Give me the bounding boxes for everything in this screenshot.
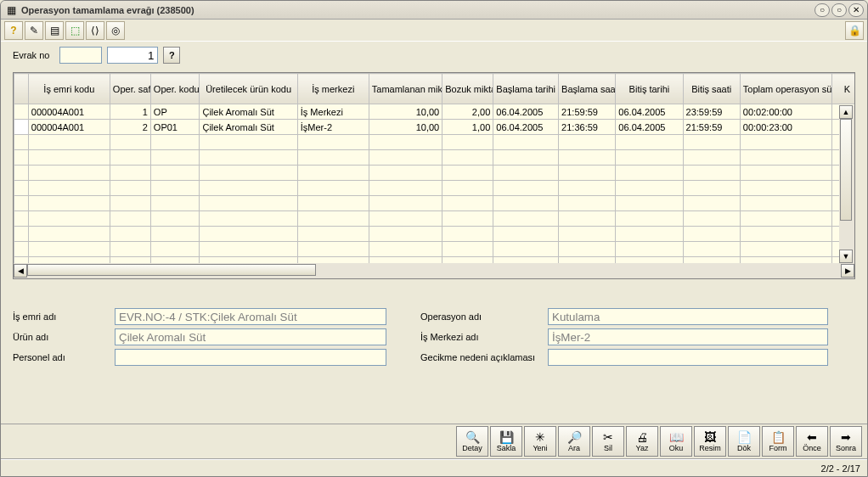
evrak-no-label: Evrak no bbox=[13, 50, 49, 60]
target-icon[interactable]: ◎ bbox=[106, 21, 125, 40]
footer-toolbar: 🔍Detay💾Sakla✳Yeni🔎Ara✂Sil🖨Yaz📖Oku🖼Resim📄… bbox=[1, 424, 867, 459]
table-row[interactable] bbox=[14, 196, 855, 211]
record-position: 2/2 - 2/17 bbox=[821, 463, 860, 474]
column-header[interactable]: Oper. safha no bbox=[110, 74, 150, 104]
data-grid: İş emri koduOper. safha noOper. koduÜret… bbox=[13, 72, 855, 279]
window-title: Operasyon tamamlama evrağı (238500) bbox=[21, 5, 814, 15]
ara-button[interactable]: 🔎Ara bbox=[558, 426, 590, 457]
column-header[interactable]: Başlama saati bbox=[559, 74, 616, 104]
yeni-button[interactable]: ✳Yeni bbox=[524, 426, 556, 457]
scroll-down-icon[interactable]: ▼ bbox=[839, 250, 853, 263]
horizontal-scrollbar[interactable]: ◀ ▶ bbox=[14, 263, 854, 278]
form-top: Evrak no ? bbox=[1, 42, 867, 65]
yaz-icon: 🖨 bbox=[636, 431, 648, 443]
table-row[interactable] bbox=[14, 181, 855, 196]
close-button[interactable]: ✕ bbox=[848, 3, 864, 17]
detay-button[interactable]: 🔍Detay bbox=[456, 426, 488, 457]
scroll-thumb-v[interactable] bbox=[840, 119, 852, 221]
app-icon: ▦ bbox=[4, 3, 18, 17]
titlebar: ▦ Operasyon tamamlama evrağı (238500) ○ … bbox=[1, 1, 867, 20]
sonra-icon: ➡ bbox=[841, 431, 851, 443]
table-row[interactable] bbox=[14, 166, 855, 181]
table-row[interactable]: 000004A0012OP01Çilek Aromalı SütİşMer-21… bbox=[14, 120, 855, 135]
personel-field[interactable] bbox=[115, 349, 386, 366]
urun-field[interactable] bbox=[115, 328, 386, 345]
form-icon: 📋 bbox=[771, 431, 786, 443]
is-emri-label: İş emri adı bbox=[13, 311, 115, 322]
gecikme-field[interactable] bbox=[548, 349, 828, 366]
column-header[interactable]: İş emri kodu bbox=[28, 74, 110, 104]
table-row[interactable] bbox=[14, 150, 855, 166]
urun-label: Ürün adı bbox=[13, 332, 115, 342]
sakla-icon: 💾 bbox=[499, 431, 514, 443]
status-bar: 2/2 - 2/17 bbox=[1, 459, 867, 476]
yaz-button[interactable]: 🖨Yaz bbox=[626, 426, 658, 457]
yeni-icon: ✳ bbox=[535, 431, 545, 443]
column-header[interactable]: Başlama tarihi bbox=[493, 74, 559, 104]
toolbar: ? ✎ ▤ ⬚ ⟨⟩ ◎ 🔒 bbox=[1, 20, 867, 42]
table-row[interactable] bbox=[14, 227, 855, 242]
detay-icon: 🔍 bbox=[465, 431, 480, 443]
evrak-no-input[interactable] bbox=[107, 47, 158, 64]
ismerkezi-label: İş Merkezi adı bbox=[420, 332, 548, 342]
scroll-left-icon[interactable]: ◀ bbox=[14, 264, 27, 278]
operasyon-label: Operasyon adı bbox=[420, 311, 548, 322]
excel-icon[interactable]: ⬚ bbox=[65, 21, 84, 40]
vertical-scrollbar[interactable]: ▲ ▼ bbox=[839, 105, 854, 263]
column-header[interactable]: Üretilecek ürün kodu bbox=[200, 74, 297, 104]
sakla-button[interactable]: 💾Sakla bbox=[490, 426, 522, 457]
evrak-no-prefix-input[interactable] bbox=[59, 47, 102, 64]
scroll-right-icon[interactable]: ▶ bbox=[841, 264, 854, 278]
table-row[interactable] bbox=[14, 211, 855, 227]
önce-icon: ⬅ bbox=[807, 431, 817, 443]
edit-icon[interactable]: ✎ bbox=[25, 21, 43, 40]
sonra-button[interactable]: ➡Sonra bbox=[830, 426, 862, 457]
dök-button[interactable]: 📄Dök bbox=[728, 426, 760, 457]
column-header[interactable]: İş merkezi bbox=[297, 74, 369, 104]
detail-panel: İş emri adı Operasyon adı Ürün adı İş Me… bbox=[1, 284, 867, 369]
operasyon-field[interactable] bbox=[548, 308, 828, 325]
column-header[interactable]: Toplam operasyon süresi bbox=[740, 74, 831, 104]
lock-icon[interactable]: 🔒 bbox=[845, 21, 864, 40]
column-header[interactable]: Bitiş saati bbox=[683, 74, 740, 104]
table-row[interactable] bbox=[14, 135, 855, 150]
oku-button[interactable]: 📖Oku bbox=[660, 426, 692, 457]
table-row[interactable]: 000004A0011OPÇilek Aromalı Sütİş Merkezi… bbox=[14, 104, 855, 120]
oku-icon: 📖 bbox=[669, 431, 684, 443]
gecikme-label: Gecikme nedeni açıklaması bbox=[420, 352, 548, 362]
minimize-button[interactable]: ○ bbox=[814, 3, 830, 17]
önce-button[interactable]: ⬅Önce bbox=[796, 426, 828, 457]
ara-icon: 🔎 bbox=[567, 431, 582, 443]
grid-corner bbox=[14, 74, 29, 104]
column-header[interactable]: K bbox=[831, 74, 854, 104]
doc-icon[interactable]: ▤ bbox=[45, 21, 64, 40]
form-button[interactable]: 📋Form bbox=[762, 426, 794, 457]
column-header[interactable]: Tamamlanan miktar bbox=[369, 74, 442, 104]
is-emri-field[interactable] bbox=[115, 308, 386, 325]
column-header[interactable]: Oper. kodu bbox=[150, 74, 200, 104]
table-row[interactable] bbox=[14, 242, 855, 257]
sil-icon: ✂ bbox=[603, 431, 613, 443]
lookup-button[interactable]: ? bbox=[163, 47, 180, 64]
column-header[interactable]: Bozuk miktar bbox=[442, 74, 493, 104]
help-icon[interactable]: ? bbox=[4, 21, 23, 40]
resim-button[interactable]: 🖼Resim bbox=[694, 426, 726, 457]
column-header[interactable]: Bitiş tarihi bbox=[616, 74, 683, 104]
code-icon[interactable]: ⟨⟩ bbox=[86, 21, 104, 40]
resim-icon: 🖼 bbox=[704, 431, 716, 443]
scroll-up-icon[interactable]: ▲ bbox=[839, 105, 853, 119]
table-row[interactable] bbox=[14, 257, 855, 264]
maximize-button[interactable]: ○ bbox=[831, 3, 847, 17]
ismerkezi-field[interactable] bbox=[548, 328, 828, 345]
scroll-thumb-h[interactable] bbox=[27, 264, 316, 276]
sil-button[interactable]: ✂Sil bbox=[592, 426, 624, 457]
personel-label: Personel adı bbox=[13, 352, 115, 362]
dök-icon: 📄 bbox=[737, 431, 752, 443]
